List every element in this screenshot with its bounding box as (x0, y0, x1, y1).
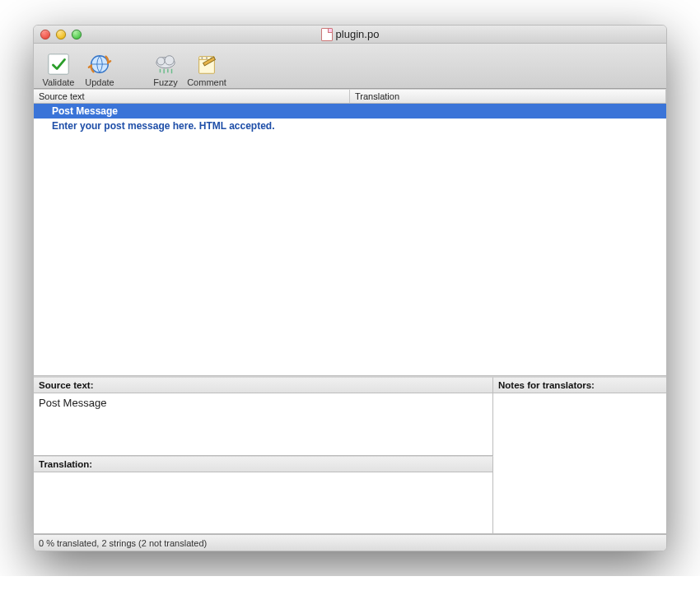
svg-rect-0 (49, 54, 68, 74)
svg-point-11 (201, 58, 203, 59)
toolbar: Validate Update (34, 44, 666, 89)
zoom-icon[interactable] (72, 30, 82, 40)
source-text-label: Source text: (34, 377, 493, 393)
comment-label: Comment (187, 77, 226, 87)
svg-point-12 (206, 58, 208, 59)
comment-button[interactable]: Comment (187, 46, 226, 87)
update-button[interactable]: Update (80, 46, 119, 87)
minimize-icon[interactable] (56, 30, 66, 40)
fuzzy-label: Fuzzy (153, 77, 177, 87)
strings-list[interactable]: Post Message Enter your post message her… (34, 104, 666, 376)
list-item[interactable]: Post Message (34, 104, 666, 119)
column-translation-label: Translation (355, 91, 399, 101)
editor-panel: Source text: Post Message Translation: N… (34, 376, 666, 534)
source-text-pane: Post Message (34, 393, 493, 456)
source-text-value: Post Message (39, 397, 106, 409)
list-item-source: Enter your post message here. HTML accep… (52, 120, 275, 132)
close-icon[interactable] (40, 30, 50, 40)
globe-refresh-icon (86, 51, 113, 77)
notes-pane (493, 393, 666, 534)
cloud-icon (152, 51, 179, 77)
column-source-label: Source text (39, 91, 85, 101)
svg-point-3 (157, 58, 165, 65)
window-controls (40, 30, 82, 40)
update-label: Update (85, 77, 114, 87)
status-text: 0 % translated, 2 strings (2 not transla… (39, 538, 207, 548)
checkmark-icon (45, 51, 72, 77)
list-item-source: Post Message (52, 105, 118, 117)
document-icon (321, 28, 333, 41)
app-window: plugin.po Validate Update (33, 25, 667, 551)
status-bar: 0 % translated, 2 strings (2 not transla… (34, 534, 666, 551)
translation-input[interactable] (34, 472, 493, 535)
list-header: Source text Translation (34, 89, 666, 104)
notes-label: Notes for translators: (493, 377, 666, 393)
validate-label: Validate (43, 77, 75, 87)
svg-point-4 (165, 56, 174, 65)
window-title: plugin.po (34, 28, 666, 41)
window-title-text: plugin.po (336, 28, 380, 40)
translation-label: Translation: (34, 456, 493, 472)
column-source[interactable]: Source text (34, 90, 350, 103)
validate-button[interactable]: Validate (39, 46, 78, 87)
list-item[interactable]: Enter your post message here. HTML accep… (34, 119, 666, 133)
fuzzy-button[interactable]: Fuzzy (146, 46, 185, 87)
notepad-pencil-icon (194, 51, 220, 77)
column-translation[interactable]: Translation (350, 90, 666, 103)
titlebar: plugin.po (34, 26, 666, 44)
